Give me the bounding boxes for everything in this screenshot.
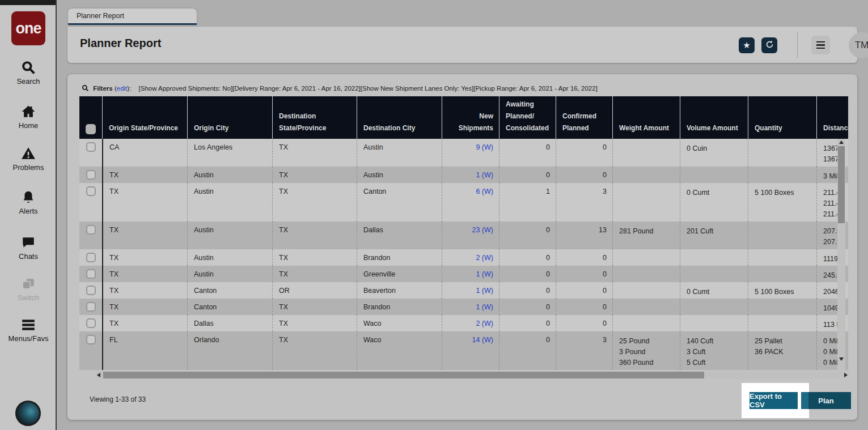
row-checkbox[interactable] bbox=[86, 170, 96, 180]
vertical-scrollbar[interactable] bbox=[837, 139, 845, 370]
table-row: TXAustinTXCanton6 (W)130 Cumt5 100 Boxes… bbox=[79, 183, 848, 222]
sidebar-item-home[interactable]: Home bbox=[0, 104, 57, 130]
new-shipments-link[interactable]: 14 (W) bbox=[472, 336, 494, 344]
cell-new-shipments: 1 (W) bbox=[442, 282, 499, 299]
column-header-destination-state[interactable]: Destination State/Province bbox=[272, 96, 357, 139]
cell-origin-city: Austin bbox=[187, 266, 272, 282]
horizontal-scrollbar[interactable] bbox=[95, 371, 849, 379]
row-checkbox[interactable] bbox=[86, 186, 96, 196]
scroll-left-arrow[interactable] bbox=[97, 373, 100, 377]
viewing-count: Viewing 1-33 of 33 bbox=[90, 395, 146, 403]
tab-label: Planner Report bbox=[77, 12, 124, 20]
new-shipments-link[interactable]: 1 (W) bbox=[476, 270, 493, 278]
new-shipments-link[interactable]: 23 (W) bbox=[472, 226, 494, 234]
table-row: TXAustinTXDallas23 (W)013281 Pound201 Cu… bbox=[79, 222, 848, 249]
one-logo[interactable]: one bbox=[11, 11, 45, 45]
new-shipments-link[interactable]: 6 (W) bbox=[476, 188, 493, 195]
cell-new-shipments: 1 (W) bbox=[442, 266, 499, 282]
row-checkbox[interactable] bbox=[86, 142, 96, 152]
table-row: TXAustinTXGreenville1 (W)00245.9 bbox=[79, 266, 848, 282]
select-all-checkbox[interactable] bbox=[86, 124, 96, 134]
cell-quantity bbox=[748, 266, 816, 282]
cell-destination-city: Brandon bbox=[357, 249, 442, 266]
column-header-new-shipments[interactable]: New Shipments bbox=[442, 96, 499, 139]
cell-weight-amount bbox=[612, 249, 680, 266]
row-checkbox[interactable] bbox=[86, 318, 96, 328]
new-shipments-link[interactable]: 2 (W) bbox=[476, 320, 493, 327]
cell-new-shipments: 2 (W) bbox=[442, 315, 499, 331]
export-to-csv-button[interactable]: Export to CSV bbox=[750, 392, 798, 409]
row-checkbox[interactable] bbox=[86, 225, 96, 235]
scroll-down-arrow[interactable] bbox=[839, 357, 844, 361]
cell-destination-state: TX bbox=[272, 222, 357, 249]
header-actions: ★ TM Transportation Manage bbox=[562, 27, 857, 63]
search-icon bbox=[0, 60, 57, 76]
cell-awaiting-planned-consolidated: 0 bbox=[499, 249, 556, 266]
cell-destination-city: Dallas bbox=[357, 222, 442, 249]
row-checkbox[interactable] bbox=[86, 302, 96, 312]
tab-planner-report[interactable]: Planner Report bbox=[68, 8, 197, 25]
cell-origin-state: CA bbox=[102, 139, 187, 167]
sidebar-item-menus-favs[interactable]: Menus/Favs bbox=[0, 317, 57, 343]
bottom-avatar-image[interactable] bbox=[15, 401, 41, 426]
plan-button[interactable]: Plan bbox=[801, 392, 851, 409]
sidebar-item-search[interactable]: Search bbox=[0, 60, 57, 86]
cell-destination-state: TX bbox=[272, 167, 357, 183]
cell-origin-state: TX bbox=[102, 266, 187, 282]
vertical-scroll-thumb[interactable] bbox=[838, 146, 845, 223]
cell-destination-state: OR bbox=[272, 282, 357, 299]
cell-awaiting-planned-consolidated: 0 bbox=[499, 139, 556, 167]
cell-origin-state: TX bbox=[102, 183, 187, 222]
cell-origin-city: Canton bbox=[187, 282, 272, 299]
new-shipments-link[interactable]: 1 (W) bbox=[476, 303, 493, 311]
scroll-up-arrow[interactable] bbox=[839, 141, 844, 144]
horizontal-scroll-thumb[interactable] bbox=[103, 372, 704, 378]
column-header-origin-state[interactable]: Origin State/Province bbox=[102, 96, 187, 139]
user-avatar[interactable]: TM bbox=[849, 32, 868, 58]
sidebar-item-problems[interactable]: Problems bbox=[0, 146, 57, 172]
column-header-weight-amount[interactable]: Weight Amount bbox=[612, 96, 680, 139]
menus-icon bbox=[0, 317, 57, 333]
column-header-distance[interactable]: Distance bbox=[816, 96, 848, 139]
column-header-origin-city[interactable]: Origin City bbox=[187, 96, 272, 139]
sidebar-item-chats[interactable]: Chats bbox=[0, 235, 57, 261]
table-row: TXCantonTXBrandon1 (W)001049. bbox=[79, 299, 848, 315]
cell-destination-city: Waco bbox=[357, 331, 442, 370]
page-title: Planner Report bbox=[80, 37, 161, 50]
column-header-confirmed-planned[interactable]: Confirmed Planned bbox=[556, 96, 612, 139]
column-header-awaiting-planned-consolidated[interactable]: Awaiting Planned/ Consolidated bbox=[499, 96, 556, 139]
row-checkbox[interactable] bbox=[86, 286, 96, 295]
cell-awaiting-planned-consolidated: 0 bbox=[499, 167, 556, 183]
new-shipments-link[interactable]: 9 (W) bbox=[476, 143, 493, 151]
cell-origin-state: TX bbox=[102, 222, 187, 249]
sidebar-item-alerts[interactable]: Alerts bbox=[0, 190, 57, 215]
sidebar: one SearchHomeProblemsAlertsChatsSwitchM… bbox=[0, 0, 57, 430]
cell-volume-amount bbox=[680, 249, 748, 266]
column-header-volume-amount[interactable]: Volume Amount bbox=[680, 96, 748, 139]
new-shipments-link[interactable]: 2 (W) bbox=[476, 254, 493, 262]
new-shipments-link[interactable]: 1 (W) bbox=[476, 287, 493, 295]
cell-weight-amount: 25 Pound3 Pound360 Pound bbox=[612, 331, 680, 370]
cell-volume-amount bbox=[680, 266, 748, 282]
cell-origin-city: Austin bbox=[187, 222, 272, 249]
cell-destination-city: Austin bbox=[357, 167, 442, 183]
row-checkbox[interactable] bbox=[86, 335, 96, 344]
row-checkbox[interactable] bbox=[86, 269, 96, 279]
table-row: TXAustinTXAustin1 (W)003 Mile bbox=[79, 167, 848, 183]
column-header-destination-city[interactable]: Destination City bbox=[357, 96, 442, 139]
refresh-button[interactable] bbox=[761, 37, 777, 53]
filters-edit-link[interactable]: edit bbox=[117, 85, 128, 92]
row-checkbox[interactable] bbox=[86, 253, 96, 262]
scroll-right-arrow[interactable] bbox=[844, 373, 848, 377]
refresh-icon bbox=[765, 40, 774, 51]
table-row: TXDallasTXWaco2 (W)00113 M bbox=[79, 315, 848, 331]
column-header-quantity[interactable]: Quantity bbox=[748, 96, 816, 139]
cell-destination-state: TX bbox=[272, 139, 357, 167]
problems-icon bbox=[0, 146, 57, 162]
new-shipments-link[interactable]: 1 (W) bbox=[476, 171, 493, 179]
menu-button[interactable] bbox=[811, 36, 830, 54]
search-filter-icon bbox=[82, 85, 93, 92]
favorite-button[interactable]: ★ bbox=[739, 37, 755, 53]
cell-destination-state: TX bbox=[272, 331, 357, 370]
cell-volume-amount: 201 Cuft bbox=[680, 222, 748, 249]
